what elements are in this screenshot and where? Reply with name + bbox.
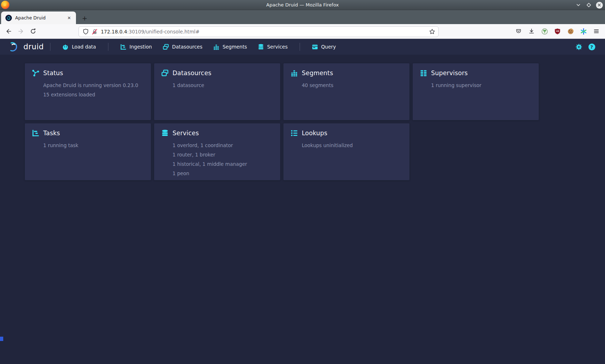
ublock-shield-icon [554, 28, 561, 35]
card-lookups-title: Lookups [302, 129, 327, 137]
database-icon [161, 129, 169, 137]
multi-select-icon [163, 44, 169, 50]
nav-divider [108, 43, 108, 51]
asterisk-extension-icon [580, 28, 587, 35]
settings-button[interactable] [574, 42, 583, 51]
nav-query-label: Query [321, 44, 336, 50]
tab-title: Apache Druid [15, 15, 65, 21]
download-icon [528, 28, 535, 35]
list-columns-icon [420, 69, 427, 77]
services-line-1: 1 overlord, 1 coordinator [172, 141, 273, 150]
services-line-2: 1 router, 1 broker [172, 150, 273, 159]
shield-icon[interactable] [82, 28, 89, 35]
extension-green-button[interactable] [539, 26, 550, 37]
nav-services[interactable]: Services [252, 39, 293, 55]
gantt-chart-icon [120, 44, 126, 50]
card-segments-title: Segments [302, 69, 333, 77]
druid-favicon-icon [5, 15, 12, 21]
cookie-extension-button[interactable] [565, 26, 576, 37]
druid-header: druid Load data Ingestion Datasources Se… [0, 39, 605, 55]
status-indicator [0, 337, 3, 341]
stacked-bars-icon [213, 44, 219, 50]
window-title: Apache Druid — Mozilla Firefox [0, 0, 605, 10]
help-button[interactable]: ? [587, 42, 596, 51]
druid-logo[interactable]: druid [7, 41, 44, 52]
browser-toolbar: 172.18.0.4:30109/unified-console.html# [0, 24, 605, 39]
home-view: Status Apache Druid is running version 0… [0, 55, 605, 364]
help-icon: ? [588, 44, 595, 50]
card-segments[interactable]: Segments 40 segments [283, 63, 409, 120]
url-path: :30109/unified-console.html# [127, 29, 200, 35]
ublock-button[interactable] [552, 26, 563, 37]
datasources-count-text: 1 datasource [172, 81, 273, 90]
window-titlebar: Apache Druid — Mozilla Firefox [0, 0, 605, 10]
status-extensions-text: 15 extensions loaded [43, 90, 144, 99]
lookups-status-text: Lookups uninitialized [302, 141, 402, 150]
nav-datasources[interactable]: Datasources [157, 39, 208, 55]
reload-icon [30, 28, 36, 35]
pocket-button[interactable] [513, 26, 524, 37]
nav-ingestion[interactable]: Ingestion [115, 39, 157, 55]
gear-icon [575, 44, 582, 50]
card-tasks[interactable]: Tasks 1 running task [25, 123, 151, 180]
url-host: 172.18.0.4 [101, 29, 127, 35]
tasks-count-text: 1 running task [43, 141, 144, 150]
card-status[interactable]: Status Apache Druid is running version 0… [25, 63, 151, 120]
url-bar[interactable]: 172.18.0.4:30109/unified-console.html# [79, 26, 439, 37]
card-services[interactable]: Services 1 overlord, 1 coordinator 1 rou… [154, 123, 280, 180]
nav-segments[interactable]: Segments [208, 39, 252, 55]
back-button[interactable] [3, 26, 14, 37]
cloud-upload-icon [62, 44, 68, 50]
status-version-text: Apache Druid is running version 0.23.0 [43, 81, 144, 90]
services-line-3: 1 historical, 1 middle manager [172, 159, 273, 169]
card-lookups[interactable]: Lookups Lookups uninitialized [283, 123, 409, 180]
diamond-icon [586, 3, 591, 8]
reload-button[interactable] [27, 26, 39, 37]
window-maximize-button[interactable] [585, 1, 592, 9]
card-status-title: Status [43, 69, 63, 77]
forward-button[interactable] [15, 26, 27, 37]
nav-load-data-label: Load data [72, 44, 96, 50]
window-close-button[interactable] [596, 1, 603, 9]
sprout-extension-icon [541, 28, 548, 35]
extension-asterisk-button[interactable] [578, 26, 589, 37]
pocket-icon [515, 28, 522, 35]
services-line-4: 1 peon [172, 169, 273, 178]
browser-tab[interactable]: Apache Druid ✕ [1, 12, 76, 24]
supervisors-count-text: 1 running supervisor [431, 81, 532, 90]
stacked-bars-icon [291, 69, 298, 77]
graph-icon [32, 69, 39, 77]
cookie-icon [567, 28, 574, 35]
database-icon [258, 44, 264, 50]
druid-wordmark: druid [23, 42, 44, 51]
close-icon [596, 2, 603, 9]
druid-logo-icon [7, 41, 20, 52]
insecure-lock-icon[interactable] [91, 28, 98, 35]
nav-services-label: Services [267, 44, 288, 50]
chevron-down-icon [576, 3, 581, 8]
tab-bar: Apache Druid ✕ + [0, 10, 605, 24]
card-supervisors[interactable]: Supervisors 1 running supervisor [413, 63, 539, 120]
console-icon [312, 44, 318, 50]
nav-load-data[interactable]: Load data [57, 39, 101, 55]
menu-button[interactable] [591, 26, 602, 37]
nav-ingestion-label: Ingestion [130, 44, 152, 50]
nav-datasources-label: Datasources [172, 44, 202, 50]
downloads-button[interactable] [526, 26, 537, 37]
url-text: 172.18.0.4:30109/unified-console.html# [101, 29, 429, 35]
back-arrow-icon [5, 28, 12, 35]
card-datasources-title: Datasources [172, 69, 211, 77]
new-tab-button[interactable]: + [80, 13, 90, 23]
card-services-title: Services [172, 129, 199, 137]
tab-close-button[interactable]: ✕ [65, 14, 73, 22]
multi-select-icon [161, 69, 169, 77]
nav-query[interactable]: Query [306, 39, 341, 55]
gantt-chart-icon [32, 129, 39, 137]
card-datasources[interactable]: Datasources 1 datasource [154, 63, 280, 120]
nav-segments-label: Segments [223, 44, 247, 50]
bookmark-star-icon[interactable] [429, 28, 435, 35]
window-minimize-button[interactable] [575, 1, 582, 9]
nav-divider [300, 43, 300, 51]
properties-list-icon [291, 129, 298, 137]
forward-arrow-icon [18, 28, 24, 35]
